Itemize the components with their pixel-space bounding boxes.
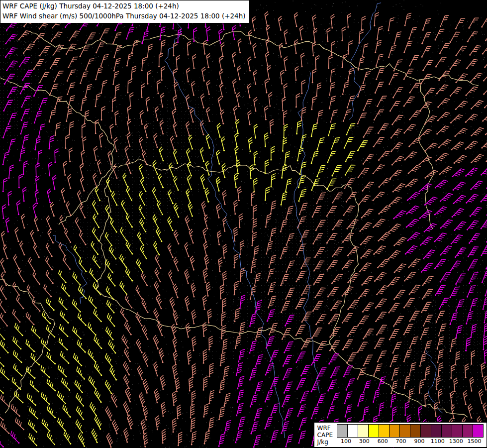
legend-swatch <box>462 424 473 438</box>
weather-map-page: WRF CAPE (J/kg) Thursday 04-12-2025 18:0… <box>0 0 487 448</box>
legend-unit-label: J/kg <box>317 439 333 446</box>
map-header: WRF CAPE (J/kg) Thursday 04-12-2025 18:0… <box>0 0 250 23</box>
legend-swatch <box>368 424 379 438</box>
legend-param-label: CAPE <box>317 432 333 439</box>
legend-tick-label: 700 <box>392 438 410 445</box>
legend-tick-label: 1100 <box>428 438 447 445</box>
legend-tick-label: 900 <box>410 438 429 445</box>
legend-tick-label: 300 <box>355 438 374 445</box>
legend-swatch <box>441 424 452 438</box>
legend-swatch <box>420 424 431 438</box>
legend-tick-label: 1500 <box>465 438 484 445</box>
legend-ticks: 100300600700900110013001500 <box>337 438 484 445</box>
legend-tick-label: 1300 <box>447 438 465 445</box>
legend-swatch <box>431 424 442 438</box>
map-header-line1: WRF CAPE (J/kg) Thursday 04-12-2025 18:0… <box>2 1 246 11</box>
legend-swatch <box>452 424 463 438</box>
legend-swatch <box>337 424 348 438</box>
legend-swatch <box>389 424 400 438</box>
legend-swatch <box>379 424 390 438</box>
legend-tick-label: 600 <box>374 438 392 445</box>
legend-model-label: WRF <box>317 425 333 432</box>
cape-legend-scale: 100300600700900110013001500 <box>337 424 484 446</box>
legend-swatch <box>473 424 484 438</box>
legend-tick-label: 100 <box>337 438 355 445</box>
cape-legend: WRF CAPE J/kg 10030060070090011001300150… <box>314 422 487 448</box>
legend-swatch <box>347 424 358 438</box>
weather-map-canvas <box>0 0 487 448</box>
cape-legend-labels: WRF CAPE J/kg <box>317 424 333 446</box>
legend-swatch <box>410 424 421 438</box>
legend-swatches <box>337 424 484 438</box>
legend-swatch <box>399 424 410 438</box>
legend-swatch <box>358 424 369 438</box>
map-header-line2: WRF Wind shear (m/s) 500/1000hPa Thursda… <box>2 11 246 21</box>
